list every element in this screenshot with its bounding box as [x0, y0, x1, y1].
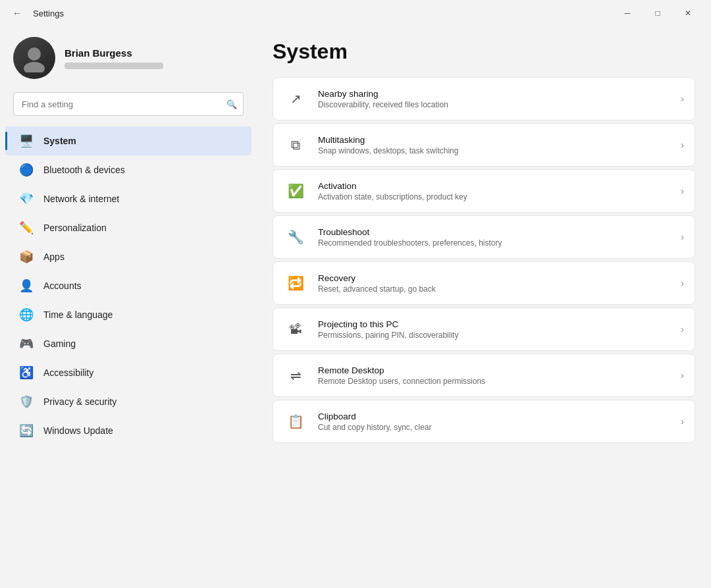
- back-button[interactable]: ←: [8, 4, 26, 22]
- user-name: Brian Burgess: [65, 47, 163, 59]
- nav-icon-gaming: 🎮: [18, 336, 34, 352]
- sidebar-item-accounts[interactable]: 👤 Accounts: [5, 271, 251, 300]
- nav-icon-bluetooth: 🔵: [18, 162, 34, 178]
- settings-title-recovery: Recovery: [318, 273, 670, 283]
- settings-item-projecting[interactable]: 📽 Projecting to this PC Permissions, pai…: [273, 307, 695, 351]
- avatar-image: [13, 37, 55, 79]
- settings-desc-troubleshoot: Recommended troubleshooters, preferences…: [318, 238, 670, 248]
- content-area: System ↗ Nearby sharing Discoverability,…: [257, 26, 711, 588]
- chevron-right-icon-nearby-sharing: ›: [681, 94, 684, 104]
- sidebar-item-privacy[interactable]: 🛡️ Privacy & security: [5, 387, 251, 416]
- nav-label-network: Network & internet: [43, 194, 119, 204]
- chevron-right-icon-remote-desktop: ›: [681, 370, 684, 381]
- settings-list: ↗ Nearby sharing Discoverability, receiv…: [273, 77, 695, 443]
- settings-desc-clipboard: Cut and copy history, sync, clear: [318, 423, 670, 432]
- sidebar-item-windows-update[interactable]: 🔄 Windows Update: [5, 416, 251, 445]
- settings-desc-multitasking: Snap windows, desktops, task switching: [318, 146, 670, 155]
- settings-title-multitasking: Multitasking: [318, 135, 670, 145]
- search-box: 🔍: [13, 92, 244, 116]
- nav-icon-privacy: 🛡️: [18, 394, 34, 410]
- settings-title-activation: Activation: [318, 181, 670, 191]
- settings-title-remote-desktop: Remote Desktop: [318, 365, 670, 375]
- nav-list: 🖥️ System 🔵 Bluetooth & devices 💎 Networ…: [0, 126, 257, 445]
- chevron-right-icon-multitasking: ›: [681, 140, 684, 150]
- settings-icon-multitasking: ⧉: [284, 133, 307, 157]
- nav-icon-system: 🖥️: [18, 133, 34, 149]
- sidebar-item-gaming[interactable]: 🎮 Gaming: [5, 329, 251, 358]
- nav-icon-apps: 📦: [18, 249, 34, 265]
- titlebar-controls: ─ □ ✕: [612, 3, 703, 24]
- settings-desc-remote-desktop: Remote Desktop users, connection permiss…: [318, 377, 670, 386]
- maximize-button[interactable]: □: [643, 3, 673, 24]
- nav-label-time: Time & language: [43, 309, 113, 320]
- nav-label-gaming: Gaming: [43, 338, 76, 349]
- settings-title-clipboard: Clipboard: [318, 412, 670, 421]
- nav-label-bluetooth: Bluetooth & devices: [43, 165, 125, 175]
- settings-title-troubleshoot: Troubleshoot: [318, 227, 670, 237]
- minimize-button[interactable]: ─: [612, 3, 643, 24]
- close-button[interactable]: ✕: [673, 3, 703, 24]
- settings-title-projecting: Projecting to this PC: [318, 319, 670, 329]
- page-title: System: [273, 40, 695, 64]
- settings-icon-troubleshoot: 🔧: [284, 225, 307, 249]
- user-info: Brian Burgess: [65, 47, 163, 69]
- nav-label-accessibility: Accessibility: [43, 367, 93, 378]
- settings-desc-projecting: Permissions, pairing PIN, discoverabilit…: [318, 331, 670, 340]
- sidebar-item-accessibility[interactable]: ♿ Accessibility: [5, 358, 251, 387]
- settings-desc-nearby-sharing: Discoverability, received files location: [318, 100, 670, 109]
- titlebar-title: Settings: [33, 9, 64, 18]
- sidebar-item-bluetooth[interactable]: 🔵 Bluetooth & devices: [5, 155, 251, 184]
- settings-icon-remote-desktop: ⇌: [284, 363, 307, 387]
- chevron-right-icon-projecting: ›: [681, 324, 684, 334]
- sidebar-item-apps[interactable]: 📦 Apps: [5, 242, 251, 271]
- nav-label-personalization: Personalization: [43, 223, 107, 233]
- nav-icon-network: 💎: [18, 191, 34, 207]
- nav-icon-personalization: ✏️: [18, 220, 34, 236]
- settings-icon-activation: ✅: [284, 179, 307, 203]
- titlebar: ← Settings ─ □ ✕: [0, 0, 711, 26]
- settings-item-troubleshoot[interactable]: 🔧 Troubleshoot Recommended troubleshoote…: [273, 215, 695, 259]
- nav-icon-windows-update: 🔄: [18, 423, 34, 439]
- settings-item-remote-desktop[interactable]: ⇌ Remote Desktop Remote Desktop users, c…: [273, 354, 695, 397]
- settings-desc-activation: Activation state, subscriptions, product…: [318, 192, 670, 201]
- nav-label-privacy: Privacy & security: [43, 396, 117, 407]
- settings-item-recovery[interactable]: 🔁 Recovery Reset, advanced startup, go b…: [273, 261, 695, 305]
- sidebar: Brian Burgess 🔍 🖥️ System 🔵 Bluetooth & …: [0, 26, 257, 588]
- sidebar-item-personalization[interactable]: ✏️ Personalization: [5, 213, 251, 242]
- svg-point-0: [28, 47, 41, 61]
- settings-item-nearby-sharing[interactable]: ↗ Nearby sharing Discoverability, receiv…: [273, 77, 695, 120]
- settings-item-multitasking[interactable]: ⧉ Multitasking Snap windows, desktops, t…: [273, 123, 695, 167]
- nav-label-apps: Apps: [43, 252, 65, 262]
- chevron-right-icon-troubleshoot: ›: [681, 232, 684, 242]
- settings-icon-nearby-sharing: ↗: [284, 87, 307, 111]
- user-email-bar: [65, 63, 163, 69]
- search-icon: 🔍: [226, 99, 237, 109]
- svg-point-1: [24, 62, 45, 72]
- settings-icon-projecting: 📽: [284, 317, 307, 341]
- nav-icon-time: 🌐: [18, 307, 34, 323]
- avatar: [13, 37, 55, 79]
- settings-icon-clipboard: 📋: [284, 410, 307, 433]
- search-input[interactable]: [13, 92, 244, 116]
- settings-window: ← Settings ─ □ ✕: [0, 0, 711, 588]
- settings-item-clipboard[interactable]: 📋 Clipboard Cut and copy history, sync, …: [273, 400, 695, 443]
- chevron-right-icon-recovery: ›: [681, 278, 684, 288]
- sidebar-item-time[interactable]: 🌐 Time & language: [5, 300, 251, 329]
- sidebar-item-system[interactable]: 🖥️ System: [5, 126, 251, 155]
- titlebar-left: ← Settings: [8, 4, 64, 22]
- nav-icon-accessibility: ♿: [18, 365, 34, 381]
- settings-item-activation[interactable]: ✅ Activation Activation state, subscript…: [273, 169, 695, 213]
- nav-label-windows-update: Windows Update: [43, 425, 113, 436]
- user-profile: Brian Burgess: [0, 26, 257, 92]
- settings-icon-recovery: 🔁: [284, 271, 307, 295]
- chevron-right-icon-activation: ›: [681, 186, 684, 196]
- settings-title-nearby-sharing: Nearby sharing: [318, 89, 670, 99]
- main-layout: Brian Burgess 🔍 🖥️ System 🔵 Bluetooth & …: [0, 26, 711, 588]
- chevron-right-icon-clipboard: ›: [681, 416, 684, 427]
- settings-desc-recovery: Reset, advanced startup, go back: [318, 284, 670, 294]
- nav-icon-accounts: 👤: [18, 278, 34, 294]
- nav-label-accounts: Accounts: [43, 281, 82, 291]
- nav-label-system: System: [43, 136, 76, 146]
- sidebar-item-network[interactable]: 💎 Network & internet: [5, 184, 251, 213]
